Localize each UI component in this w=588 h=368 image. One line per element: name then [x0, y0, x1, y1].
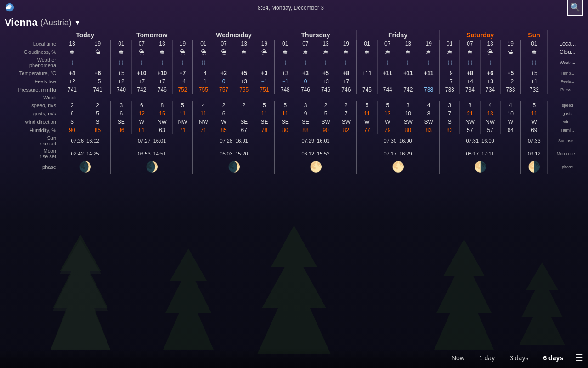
- moon-phase-tomorrow: 🌒: [111, 160, 193, 174]
- location-name: Vienna: [5, 17, 38, 29]
- td: 13: [234, 40, 254, 48]
- feels-cell: +3: [480, 77, 500, 86]
- wg-cell: [234, 109, 254, 118]
- moon-sat: 08:17 17:11: [439, 147, 521, 160]
- wg-cell: 12: [131, 109, 152, 118]
- weather-phenomena-label: Weatherphenomena: [0, 56, 60, 69]
- ws-cell: 2: [316, 101, 336, 109]
- nav-now-button[interactable]: Now: [444, 351, 472, 364]
- wg-cell: 7: [439, 109, 460, 118]
- pressure-cell: 755: [234, 86, 254, 94]
- wg-cell: 7: [336, 109, 356, 118]
- pressure-cell: 746: [152, 86, 173, 94]
- cloud-cell: 🌦: [254, 48, 275, 56]
- pressure-cell: 757: [214, 86, 234, 94]
- cloudiness-row: Cloudiness, % 🌧 🌤 🌧 🌦 🌧 🌦 🌦 🌦 🌧 🌦 🌧 🌧 🌧 …: [0, 48, 588, 56]
- td: 01: [193, 40, 214, 48]
- wd-cell: SW: [336, 118, 356, 126]
- wg-cell: 13: [480, 109, 500, 118]
- feels-cell: +3: [234, 77, 254, 86]
- humidity-row: Humidity, % 90 85 86 81 63 71 71 85 67 7…: [0, 126, 588, 134]
- td: 13: [398, 40, 418, 48]
- cloud-cell: 🌧: [418, 48, 439, 56]
- td: 07: [295, 40, 316, 48]
- pressure-cell: 742: [398, 86, 418, 94]
- wg-cell: 21: [460, 109, 480, 118]
- moon-thu: 06:12 15:52: [275, 147, 356, 160]
- td: 19: [336, 40, 356, 48]
- cloud-cell: 🌧: [336, 48, 356, 56]
- phenom-cell: [254, 56, 275, 69]
- cloud-cell: 🌤: [500, 48, 521, 56]
- cloud-cell: 🌦: [214, 48, 234, 56]
- td: 07: [377, 40, 398, 48]
- svg-marker-1: [51, 239, 110, 350]
- moon-today: 02:42 14:25: [60, 147, 111, 160]
- nav-6days-button[interactable]: 6 days: [536, 351, 571, 364]
- nav-1day-button[interactable]: 1 day: [472, 351, 502, 364]
- pressure-cell: 745: [356, 86, 377, 94]
- wg-cell: 5: [316, 109, 336, 118]
- feels-like-label: Feels like: [0, 77, 60, 86]
- wg-cell: 11: [275, 109, 295, 118]
- wg-cell: 8: [418, 109, 439, 118]
- wd-cell: S: [60, 118, 85, 126]
- sun-overflow: Sun rise...: [547, 134, 588, 147]
- weather-table: Today Tomorrow Wednesday Thursday Friday…: [0, 30, 588, 174]
- td: 19: [500, 40, 521, 48]
- temp-cell: +7: [172, 69, 193, 77]
- cloud-cell: 🌦: [172, 48, 193, 56]
- td: 19: [172, 40, 193, 48]
- app-icon: [5, 2, 15, 12]
- moonrise-row: Moonrise set 02:42 14:25 03:53 14:51 05:…: [0, 147, 588, 160]
- cloud-cell: 🌧: [111, 48, 131, 56]
- wd-cell: NW: [193, 118, 214, 126]
- search-button[interactable]: 🔍: [567, 0, 583, 16]
- wg-cell: 11: [356, 109, 377, 118]
- wd-cell: SW: [316, 118, 336, 126]
- cloud-cell: 🌦: [480, 48, 500, 56]
- weather-table-container: Today Tomorrow Wednesday Thursday Friday…: [0, 30, 588, 174]
- phenom-cell: ╎╎: [193, 56, 214, 69]
- ws-cell: 6: [131, 101, 152, 109]
- hum-overflow: Humi...: [547, 126, 588, 134]
- dropdown-arrow-icon[interactable]: ▼: [74, 19, 81, 26]
- cloudiness-overflow: Clou...: [547, 48, 588, 56]
- temp-cell: +9: [439, 69, 460, 77]
- humidity-label: Humidity, %: [0, 126, 60, 134]
- temp-cell: +5: [521, 69, 547, 77]
- moon-phase-label: phase: [0, 160, 60, 174]
- wd-cell: SE: [275, 118, 295, 126]
- menu-icon[interactable]: ☰: [575, 352, 583, 363]
- feels-cell: +7: [131, 77, 152, 86]
- phenom-cell: ╎: [480, 56, 500, 69]
- sunrise-row: Sunrise set 07:26 16:02 07:27 16:01 07:2…: [0, 134, 588, 147]
- nav-3days-button[interactable]: 3 days: [502, 351, 536, 364]
- moon-phase-sun: 🌗: [521, 160, 547, 174]
- wg-cell: 10: [500, 109, 521, 118]
- day-header-row: Today Tomorrow Wednesday Thursday Friday…: [0, 30, 588, 40]
- wind-speed-row: speed, m/s 2 2 3 6 8 5 4 2 2 5 5 3 2 2 5…: [0, 101, 588, 109]
- saturday-header: Saturday: [439, 30, 521, 40]
- temp-cell: +8: [336, 69, 356, 77]
- ws-cell: 5: [356, 101, 377, 109]
- wd-cell: W: [214, 118, 234, 126]
- hum-cell: 63: [152, 126, 173, 134]
- temp-cell: +11: [418, 69, 439, 77]
- td: 01: [521, 40, 547, 48]
- wg-cell: 6: [60, 109, 85, 118]
- td: 01: [111, 40, 131, 48]
- label-header: [0, 30, 60, 40]
- wd-cell: SE: [234, 118, 254, 126]
- hum-cell: 85: [85, 126, 111, 134]
- moon-phase-row: phase 🌒 🌒 🌒 🌕 🌕 🌗 🌗 phase: [0, 160, 588, 174]
- feels-cell: 0: [295, 77, 316, 86]
- topbar: 8:34, Monday, December 3 🔍: [0, 0, 588, 15]
- feels-cell: +1: [521, 77, 547, 86]
- moon-phase-sat: 🌗: [439, 160, 521, 174]
- wednesday-header: Wednesday: [193, 30, 275, 40]
- wg-cell: 9: [295, 109, 316, 118]
- temp-cell: +3: [275, 69, 295, 77]
- wg-cell: 11: [172, 109, 193, 118]
- wd-cell: SE: [111, 118, 131, 126]
